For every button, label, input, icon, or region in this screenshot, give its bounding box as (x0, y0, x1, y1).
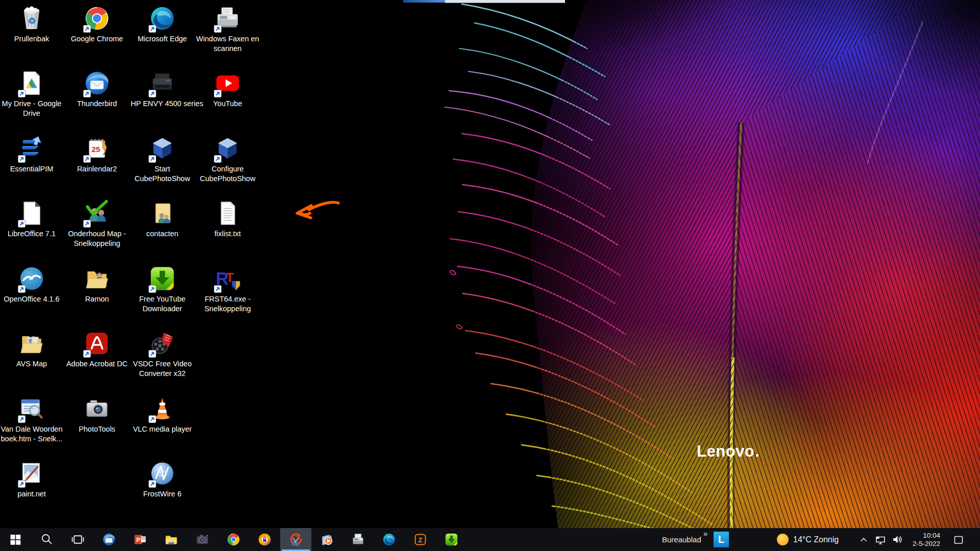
shortcut-arrow-icon (149, 350, 156, 358)
desktop-toolbar-label[interactable]: Bureaublad (662, 528, 701, 551)
taskbar-button-free-screen-video-recorder[interactable] (280, 528, 311, 551)
desktop-icon-label-line: VLC media player (131, 424, 194, 434)
taskbar-button-media-player[interactable] (311, 528, 342, 551)
hand-drawn-arrow-annotation (286, 194, 357, 235)
clock-date: 2-5-2022 (913, 540, 940, 548)
ethernet-network-icon (875, 534, 886, 545)
desktop-icon-label: My Drive - GoogleDrive (0, 99, 63, 118)
svg-text:25: 25 (91, 145, 100, 154)
desktop-icon-vsdc[interactable]: VSDC Free VideoConverter x32 (131, 329, 194, 378)
desktop-icon-gdrive-doc[interactable]: My Drive - GoogleDrive (0, 69, 63, 118)
desktop-icon-label-line: Converter x32 (131, 369, 194, 379)
desktop-icon-image (83, 264, 111, 293)
desktop-icon-youtube[interactable]: YouTube (196, 69, 259, 109)
taskbar-button-search[interactable] (31, 528, 62, 551)
taskbar-button-task-view[interactable] (62, 528, 93, 551)
desktop-icon-label: HP ENVY 4500 series (131, 99, 194, 109)
desktop-icon-edge[interactable]: Microsoft Edge (131, 4, 194, 44)
desktop-icon-text-file[interactable]: fixlist.txt (196, 199, 259, 239)
taskbar-clock[interactable]: 10:04 2-5-2022 (908, 528, 940, 551)
tb-recorder-icon (288, 532, 303, 547)
desktop-icon-label-line: FrostWire 6 (131, 489, 194, 499)
tray-volume-button[interactable] (890, 528, 904, 551)
desktop-icon-label-line: Prullenbak (0, 34, 63, 44)
taskbar-button-camera[interactable] (187, 528, 218, 551)
tray-network-button[interactable] (874, 528, 887, 551)
desktop-icon-vlc-cone[interactable]: VLC media player (131, 394, 194, 434)
taskbar-button-zinio[interactable]: Z (405, 528, 436, 551)
shortcut-arrow-icon (149, 480, 156, 488)
tray-show-hidden-icons-button[interactable] (857, 528, 870, 551)
desktop-icon-essentialpim[interactable]: EssentialPIM (0, 134, 63, 174)
desktop-icon-openoffice[interactable]: OpenOffice 4.1.6 (0, 264, 63, 304)
taskbar-button-powerpoint[interactable]: P (125, 528, 156, 551)
taskbar-button-thunderbird[interactable] (93, 528, 125, 551)
desktop-icon-label-line: HP ENVY 4500 series (131, 99, 194, 109)
desktop-icon-cube[interactable]: StartCubePhotoShow (131, 134, 194, 183)
desktop-icon-photos-folder[interactable]: AVS Map (0, 329, 63, 369)
taskbar-button-file-explorer[interactable] (156, 528, 187, 551)
taskbar-app-buttons: P Z (0, 528, 467, 551)
taskbar-button-avast-secure-browser[interactable] (249, 528, 280, 551)
desktop-icon-label-line: Van Dale Woorden (0, 424, 63, 434)
lenovo-logo-text: Lenovo (697, 442, 754, 461)
desktop-icon-label-line: Start (131, 164, 194, 174)
desktop-icon-label-line: Rainlendar2 (65, 164, 129, 174)
taskbar-button-free-youtube-downloader[interactable] (436, 528, 467, 551)
taskbar-button-start[interactable] (0, 528, 31, 551)
desktop-icon-label: PhotoTools (65, 424, 129, 434)
desktop-icon-label-line: Windows Faxen en (196, 34, 259, 44)
taskbar-button-fax-and-scan[interactable] (342, 528, 374, 551)
desktop-icon-label-line: Google Chrome (65, 34, 129, 44)
desktop-icon-frst[interactable]: R T FRST64.exe -Snelkoppeling (196, 264, 259, 313)
action-center-button[interactable] (950, 528, 967, 551)
desktop-icon-image (83, 69, 111, 97)
desktop-icon-image (17, 264, 46, 293)
desktop-icon-label-line: LibreOffice 7.1 (0, 229, 63, 239)
shortcut-arrow-icon (18, 480, 26, 488)
desktop-icon-label-line: Microsoft Edge (131, 34, 194, 44)
desktop-icon-label-line: boek.htm - Snelk... (0, 434, 63, 444)
desktop-icon-label-line: Ramon (65, 294, 129, 304)
desktop-icon-frostwire[interactable]: FrostWire 6 (131, 459, 194, 499)
lenovo-vantage-icon[interactable]: L (714, 532, 729, 547)
desktop-icon-acrobat[interactable]: Adobe Acrobat DC (65, 329, 129, 369)
desktop-icon-recycle-bin[interactable]: ♻Prullenbak (0, 4, 63, 44)
desktop-icon-image (17, 329, 46, 358)
desktop-icon-vandale[interactable]: Van Dale Woordenboek.htm - Snelk... (0, 394, 63, 443)
taskbar-button-edge[interactable] (374, 528, 405, 551)
desktop-icon-label-line: scannen (196, 44, 259, 54)
desktop-icon-thunderbird[interactable]: Thunderbird (65, 69, 129, 109)
desktop-icon-person-folder[interactable]: Ramon (65, 264, 129, 304)
desktop-icon-camera-photo[interactable]: PhotoTools (65, 394, 129, 434)
desktop-icon-cube[interactable]: ConfigureCubePhotoShow (196, 134, 259, 183)
shortcut-arrow-icon (18, 285, 26, 293)
desktop-icon-hp-printer[interactable]: HP ENVY 4500 series (131, 69, 194, 109)
desktop-icon-label: contacten (131, 229, 194, 239)
tb-powerpoint-icon: P (133, 532, 148, 547)
desktop-icon-people-check[interactable]: Onderhoud Map -Snelkoppeling (65, 199, 129, 248)
desktop-icon-chrome[interactable]: Google Chrome (65, 4, 129, 44)
desktop-icon-rainlendar[interactable]: 25 Rainlendar2 (65, 134, 129, 174)
desktop-icon-label-line: contacten (131, 229, 194, 239)
desktop-icon-image (148, 199, 177, 228)
toolbar-overflow-chevron-icon[interactable]: » (703, 529, 707, 538)
desktop-icon-label-line: CubePhotoShow (196, 174, 259, 184)
desktop-icon-label-line: OpenOffice 4.1.6 (0, 294, 63, 304)
taskbar-button-chrome[interactable] (218, 528, 249, 551)
desktop-icon-libreoffice[interactable]: LibreOffice 7.1 (0, 199, 63, 239)
desktop-icon-fax-machine[interactable]: Windows Faxen enscannen (196, 4, 259, 53)
desktop-icon-contacts-folder[interactable]: contacten (131, 199, 194, 239)
desktop-icon-label: FRST64.exe -Snelkoppeling (196, 294, 259, 313)
desktop-icon-label-line: Adobe Acrobat DC (65, 359, 129, 369)
desktop-icon-free-ytd[interactable]: Free YouTubeDownloader (131, 264, 194, 313)
shortcut-arrow-icon (149, 25, 156, 33)
svg-text:♻: ♻ (28, 16, 36, 26)
desktop-icon-label-line: Drive (0, 109, 63, 118)
desktop-icon-paintnet[interactable]: paint.net (0, 459, 63, 499)
taskbar-weather-widget[interactable]: 14°C Zonnig (777, 528, 839, 551)
desktop-icon-label: ConfigureCubePhotoShow (196, 164, 259, 183)
shortcut-arrow-icon (149, 155, 156, 163)
photos-folder-icon (17, 329, 46, 358)
svg-text:P: P (136, 536, 140, 543)
